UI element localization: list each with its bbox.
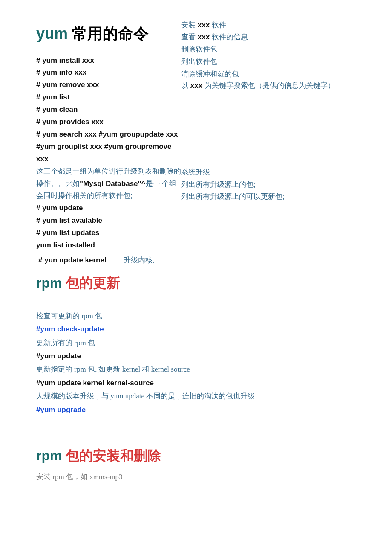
heading-rest: 常用的命令 <box>72 25 149 42</box>
desc-update: 系统升级 <box>181 166 356 179</box>
s2-line5: #yum update kernel kernel-source <box>36 376 356 389</box>
cmd-remove: # yum remove xxx <box>36 79 181 91</box>
right-descriptions-bottom: 系统升级 列出所有升级源上的包; 列出所有升级源上的可以更新包; <box>181 166 356 203</box>
cmd-list-available: # yum list available <box>36 215 181 227</box>
cmd-update-kernel: # yun update kernel <box>38 254 107 267</box>
s3-line0: 安装 rpm 包，如 xmms-mp3 <box>36 470 356 483</box>
heading2-rest: 包的更新 <box>66 275 120 291</box>
heading2-accent: rpm <box>36 275 66 291</box>
heading3-rest: 包的安装和删除 <box>66 448 161 463</box>
cmd-provides: # yum provides xxx <box>36 116 181 128</box>
desc-list-available: 列出所有升级源上的包; <box>181 179 356 191</box>
desc-search-clipped: 以 xxx 为关键字搜索包（提供的信息为关键字） <box>181 81 356 90</box>
cmd-clean: # yum clean <box>36 104 181 116</box>
heading3-accent: rpm <box>36 448 66 463</box>
heading-accent: yum <box>36 25 72 42</box>
s2-line0: 检查可更新的 rpm 包 <box>36 309 356 323</box>
left-commands-top: # yum install xxx # yum info xxx # yum r… <box>36 55 181 166</box>
cmd-list-updates: # yum list updates <box>36 227 181 239</box>
s2-line7: #yum upgrade <box>36 403 356 416</box>
desc-update-kernel: 升级内核; <box>124 254 155 267</box>
block-top: # yum install xxx # yum info xxx # yum r… <box>36 55 356 166</box>
cmd-info: # yum info xxx <box>36 67 181 79</box>
cmd-update: # yum update <box>36 202 181 215</box>
cmd-list: # yum list <box>36 91 181 104</box>
left-note-cmds: 这三个都是一组为单位进行升级列表和删除的操作。。比如"Mysql Databas… <box>36 166 181 252</box>
desc-info: 查看 xxx 软件的信息 <box>181 31 356 44</box>
s2-line6: 人规模的版本升级，与 yum update 不同的是，连旧的淘汰的包也升级 <box>36 389 356 403</box>
cmd-list-installed: yum list installed <box>36 239 181 252</box>
heading-rpm-install-remove: rpm 包的安装和删除 <box>36 445 356 466</box>
group-note: 这三个都是一组为单位进行升级列表和删除的操作。。比如"Mysql Databas… <box>36 166 181 203</box>
heading-rpm-update: rpm 包的更新 <box>36 273 356 293</box>
desc-clean: 清除缓冲和就的包 <box>181 68 356 81</box>
cmd-search-group: # yum search xxx #yum groupupdate xxx #y… <box>36 128 181 166</box>
cmd-install: # yum install xxx <box>36 55 181 67</box>
s2-line2: 更新所有的 rpm 包 <box>36 336 356 349</box>
s2-line3: #yum update <box>36 349 356 363</box>
desc-list-updates: 列出所有升级源上的可以更新包; <box>181 191 356 203</box>
s2-line1: #yum check-update <box>36 323 356 336</box>
desc-install: 安装 xxx 软件 <box>181 19 356 32</box>
s2-line4: 更新指定的 rpm 包, 如更新 kernel 和 kernel source <box>36 363 356 376</box>
desc-remove: 删除软件包 <box>181 44 356 56</box>
kernel-row: # yun update kernel 升级内核; <box>36 254 356 267</box>
right-descriptions-top: 安装 xxx 软件 查看 xxx 软件的信息 删除软件包 列出软件包 清除缓冲和… <box>181 18 356 90</box>
desc-list: 列出软件包 <box>181 56 356 68</box>
block-bottom: 这三个都是一组为单位进行升级列表和删除的操作。。比如"Mysql Databas… <box>36 166 356 252</box>
